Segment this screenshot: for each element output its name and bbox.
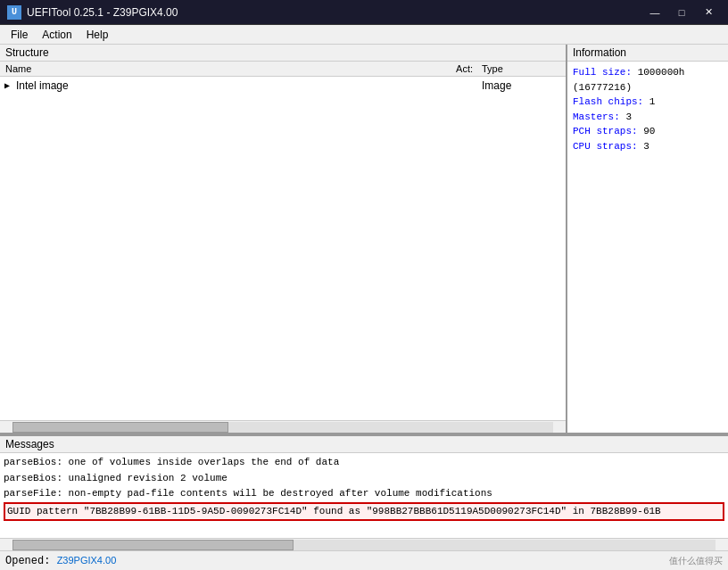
titlebar-controls: — □ ✕ bbox=[642, 4, 721, 21]
info-line-1: (16777216) bbox=[573, 80, 723, 95]
info-header: Information bbox=[567, 45, 728, 62]
info-label-pch: PCH straps: bbox=[573, 126, 638, 136]
col-act-header: Act: bbox=[405, 62, 476, 75]
menubar: File Action Help bbox=[0, 25, 728, 45]
info-value-masters: 3 bbox=[625, 112, 632, 122]
top-section: Structure Name Act: Type ▶ Intel image I… bbox=[0, 45, 728, 434]
titlebar-title: UEFITool 0.25.1 - Z39PGIX4.00 bbox=[27, 6, 178, 19]
maximize-button[interactable]: □ bbox=[669, 4, 694, 21]
messages-scroll-thumb[interactable] bbox=[12, 540, 294, 550]
info-label-flashchips: Flash chips: bbox=[573, 96, 643, 107]
titlebar-left: U UEFITool 0.25.1 - Z39PGIX4.00 bbox=[7, 5, 178, 20]
info-line-3: Masters: 3 bbox=[573, 110, 723, 125]
msg-line-2: parseFile: non-empty pad-file contents w… bbox=[4, 486, 724, 502]
messages-section: Messages parseBios: one of volumes insid… bbox=[0, 434, 728, 550]
messages-scrollbar[interactable] bbox=[0, 538, 728, 550]
msg-line-0: parseBios: one of volumes inside overlap… bbox=[4, 455, 724, 471]
info-label-cpu: CPU straps: bbox=[573, 141, 638, 152]
h-scroll-thumb[interactable] bbox=[12, 422, 228, 433]
info-line-0: Full size: 1000000h bbox=[573, 65, 723, 80]
tree-expander[interactable]: ▶ bbox=[0, 80, 14, 91]
info-value-pch: 90 bbox=[643, 126, 655, 136]
structure-content[interactable]: ▶ Intel image Image bbox=[0, 77, 566, 420]
tree-row[interactable]: ▶ Intel image Image bbox=[0, 78, 566, 93]
status-opened-file: Z39PGIX4.00 bbox=[57, 555, 117, 566]
tree-type: Image bbox=[476, 79, 566, 92]
msg-line-1: parseBios: unaligned revision 2 volume bbox=[4, 471, 724, 487]
info-value-cpu: 3 bbox=[643, 141, 649, 152]
info-label-masters: Masters: bbox=[573, 112, 620, 122]
app-icon: U bbox=[7, 5, 21, 20]
main-window: Structure Name Act: Type ▶ Intel image I… bbox=[0, 45, 728, 570]
minimize-button[interactable]: — bbox=[642, 4, 667, 21]
status-opened: Opened: Z39PGIX4.00 bbox=[5, 555, 116, 567]
info-label-fullsize: Full size: bbox=[573, 67, 632, 78]
col-name-header: Name bbox=[0, 62, 405, 75]
menu-action[interactable]: Action bbox=[35, 26, 79, 44]
statusbar: Opened: Z39PGIX4.00 值什么值得买 bbox=[0, 550, 728, 570]
info-value-decimal: (16777216) bbox=[573, 82, 632, 93]
messages-header: Messages bbox=[0, 436, 728, 453]
status-watermark: 值什么值得买 bbox=[669, 555, 723, 567]
menu-help[interactable]: Help bbox=[79, 26, 116, 44]
info-line-2: Flash chips: 1 bbox=[573, 95, 723, 110]
info-value-fullsize: 1000000h bbox=[638, 67, 685, 78]
info-panel: Information Full size: 1000000h (1677721… bbox=[567, 45, 728, 433]
info-line-5: CPU straps: 3 bbox=[573, 139, 723, 154]
structure-panel: Structure Name Act: Type ▶ Intel image I… bbox=[0, 45, 567, 433]
messages-scroll-track[interactable] bbox=[12, 540, 716, 550]
titlebar: U UEFITool 0.25.1 - Z39PGIX4.00 — □ ✕ bbox=[0, 0, 728, 25]
h-scroll-track[interactable] bbox=[12, 422, 553, 433]
messages-content: parseBios: one of volumes inside overlap… bbox=[0, 453, 728, 538]
menu-file[interactable]: File bbox=[4, 26, 35, 44]
structure-columns: Name Act: Type bbox=[0, 62, 566, 77]
col-type-header: Type bbox=[476, 62, 566, 75]
status-opened-label: Opened: bbox=[5, 555, 50, 567]
structure-scrollbar-h[interactable] bbox=[0, 420, 566, 433]
info-line-4: PCH straps: 90 bbox=[573, 124, 723, 139]
close-button[interactable]: ✕ bbox=[696, 4, 721, 21]
info-content: Full size: 1000000h (16777216) Flash chi… bbox=[567, 62, 728, 433]
msg-line-3-highlighted: GUID pattern "7BB28B99-61BB-11D5-9A5D-00… bbox=[4, 502, 724, 522]
tree-label: Intel image bbox=[14, 79, 405, 92]
structure-header: Structure bbox=[0, 45, 566, 62]
app-icon-letter: U bbox=[12, 7, 17, 17]
info-value-flashchips: 1 bbox=[649, 96, 656, 107]
